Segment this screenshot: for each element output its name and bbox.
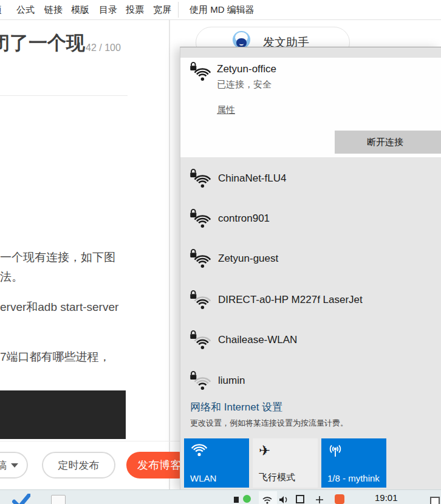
panel-top-strip	[180, 47, 441, 58]
editor-text-line: 7端口都有哪些进程，	[0, 349, 111, 365]
toolbar-item-formula[interactable]: 公式	[16, 4, 35, 16]
wifi-secured-icon	[189, 330, 212, 350]
toolbar-item-md-editor[interactable]: 使用 MD 编辑器	[190, 4, 255, 16]
tray-volume-icon[interactable]	[279, 495, 289, 504]
tray-pin-icon[interactable]	[315, 495, 324, 504]
airplane-mode-tile[interactable]: ✈ 飞行模式	[253, 438, 318, 488]
page-title: 闭了一个现	[0, 30, 85, 56]
network-properties-link[interactable]: 属性	[217, 104, 235, 116]
wifi-secured-icon	[189, 370, 212, 391]
taskbar: 19:01	[0, 489, 441, 504]
network-name: DIRECT-a0-HP M227f LaserJet	[218, 294, 363, 306]
mobile-hotspot-tile[interactable]: 1/8 - mythink	[321, 438, 386, 488]
network-name: Zetyun-guest	[218, 253, 278, 265]
content-scrollbar-line[interactable]	[169, 20, 170, 489]
chevron-down-icon	[11, 463, 18, 468]
toolbar-item-template[interactable]: 模版	[71, 4, 89, 16]
toolbar-item-partial[interactable]: 频	[0, 4, 1, 16]
wifi-network-item[interactable]: Chailease-WLAN	[189, 324, 432, 356]
toolbar-item-link[interactable]: 链接	[44, 4, 63, 16]
taskbar-clock[interactable]: 19:01	[375, 492, 398, 503]
wifi-secured-icon	[189, 248, 212, 269]
editor-toolbar: 频 公式 链接 模版 目录 投票 宽屏 使用 MD 编辑器	[0, 0, 441, 20]
wlan-tile[interactable]: WLAN	[184, 438, 249, 488]
schedule-publish-button[interactable]: 定时发布	[42, 452, 115, 478]
wifi-network-item[interactable]: ChinaNet-fLU4	[189, 163, 432, 194]
network-name: liumin	[218, 375, 245, 387]
network-name: contron901	[218, 213, 270, 225]
footer-divider	[0, 441, 182, 441]
network-name: ChinaNet-fLU4	[218, 172, 286, 185]
wifi-flyout-panel: Zetyun-office 已连接，安全 属性 断开连接 ChinaNet-fL…	[180, 47, 441, 489]
network-name: Chailease-WLAN	[218, 334, 297, 346]
wifi-icon	[190, 444, 208, 457]
wifi-secured-icon	[189, 208, 212, 229]
mobile-hotspot-icon	[327, 444, 343, 458]
tray-wifi-icon[interactable]	[262, 495, 273, 504]
title-divider	[0, 95, 128, 96]
editor-text-line: 一个现有连接，如下图	[0, 250, 115, 265]
save-draft-label: 稿	[0, 458, 7, 472]
title-char-counter: 42 / 100	[86, 43, 121, 53]
toolbar-item-vote[interactable]: 投票	[126, 4, 144, 16]
wlan-tile-label: WLAN	[190, 473, 249, 483]
editor-text-line: erver和adb start-server	[0, 299, 118, 315]
toolbar-divider	[178, 2, 179, 18]
wifi-network-item[interactable]: liumin	[189, 365, 432, 397]
toolbar-item-toc[interactable]: 目录	[99, 4, 117, 16]
disconnect-button[interactable]: 断开连接	[335, 131, 441, 154]
save-draft-button[interactable]: 稿	[0, 452, 28, 478]
hotspot-tile-label: 1/8 - mythink	[327, 473, 386, 483]
wifi-secured-icon	[189, 168, 212, 189]
wifi-network-item[interactable]: DIRECT-a0-HP M227f LaserJet	[189, 284, 432, 316]
taskbar-app-icon[interactable]	[51, 495, 66, 504]
connected-network-section[interactable]: Zetyun-office 已连接，安全 属性 断开连接	[180, 58, 441, 157]
wifi-network-item[interactable]: Zetyun-guest	[189, 243, 432, 274]
assistant-avatar-icon	[233, 31, 250, 49]
settings-hint-text: 更改设置，例如将某连接设置为按流量计费。	[190, 418, 348, 429]
connected-network-status: 已连接，安全	[217, 79, 272, 90]
action-center-icon[interactable]	[430, 497, 440, 504]
connected-network-name: Zetyun-office	[217, 63, 276, 75]
airplane-icon: ✈	[259, 444, 318, 457]
editor-text-line: 法。	[0, 269, 23, 285]
tray-messenger-icon[interactable]	[243, 495, 251, 503]
tray-input-icon[interactable]	[335, 494, 344, 504]
tray-ime-icon[interactable]	[296, 495, 304, 503]
taskbar-app-icon[interactable]	[12, 494, 30, 504]
wifi-network-item[interactable]: contron901	[189, 203, 432, 234]
screen: 频 公式 链接 模版 目录 投票 宽屏 使用 MD 编辑器 闭了一个现 42 /…	[0, 0, 441, 504]
wifi-secured-icon	[189, 61, 212, 82]
network-internet-settings-link[interactable]: 网络和 Internet 设置	[190, 400, 282, 414]
airplane-tile-label: 飞行模式	[259, 472, 318, 483]
toolbar-item-widescreen[interactable]: 宽屏	[153, 4, 171, 16]
wifi-secured-icon	[189, 290, 212, 310]
editor-image-block	[0, 390, 126, 439]
tray-icon[interactable]	[233, 495, 240, 504]
